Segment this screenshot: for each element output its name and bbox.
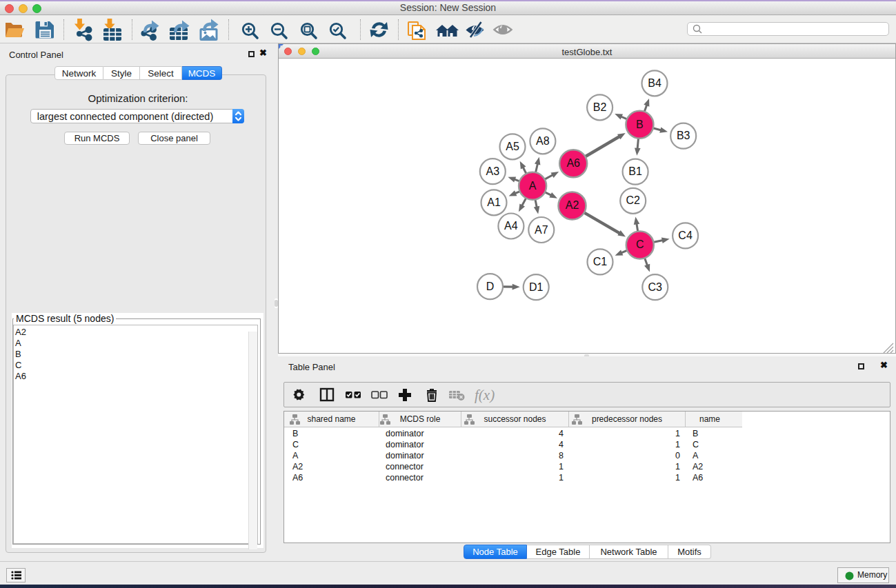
svg-text:A: A <box>529 180 537 192</box>
svg-text:B1: B1 <box>628 165 642 177</box>
svg-text:B2: B2 <box>593 101 607 113</box>
svg-text:f(x): f(x) <box>475 387 495 403</box>
svg-text:A6: A6 <box>566 157 580 169</box>
svg-text:A8: A8 <box>536 135 550 147</box>
svg-text:B3: B3 <box>677 130 690 141</box>
svg-text:C2: C2 <box>626 194 640 206</box>
svg-text:A7: A7 <box>535 224 548 236</box>
svg-text:A2: A2 <box>566 199 579 211</box>
svg-text:C4: C4 <box>678 230 693 241</box>
svg-text:A3: A3 <box>486 165 500 177</box>
svg-text:A1: A1 <box>487 196 501 208</box>
svg-text:C1: C1 <box>593 256 608 267</box>
svg-text:C: C <box>636 239 644 250</box>
svg-text:C3: C3 <box>648 281 663 293</box>
svg-text:B: B <box>636 119 644 130</box>
svg-text:A5: A5 <box>506 141 519 152</box>
svg-text:A4: A4 <box>504 220 518 232</box>
svg-text:D: D <box>486 281 495 292</box>
svg-text:B4: B4 <box>648 77 661 89</box>
svg-text:D1: D1 <box>529 281 544 293</box>
